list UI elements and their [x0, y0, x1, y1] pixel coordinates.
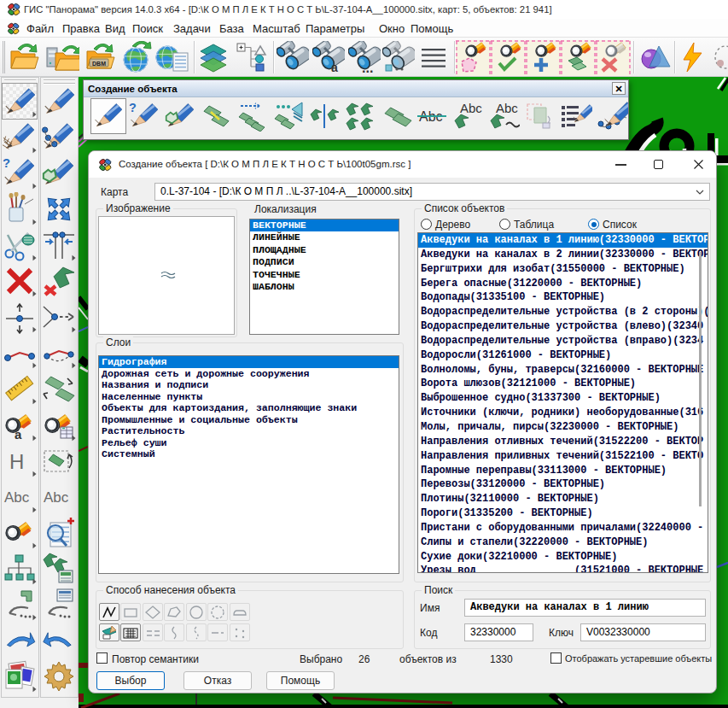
svg-text:Abc: Abc	[496, 101, 518, 115]
svg-text:Abc: Abc	[4, 489, 30, 506]
svg-text:a: a	[15, 427, 22, 442]
svg-text:H: H	[9, 450, 24, 473]
svg-text:...: ...	[362, 61, 373, 73]
svg-text:DBM: DBM	[92, 61, 106, 67]
svg-text:a: a	[331, 61, 338, 73]
svg-text:Abc: Abc	[460, 101, 482, 115]
svg-text:?: ?	[3, 156, 10, 170]
svg-text:?: ?	[129, 101, 137, 114]
svg-text:Abc: Abc	[44, 489, 69, 506]
